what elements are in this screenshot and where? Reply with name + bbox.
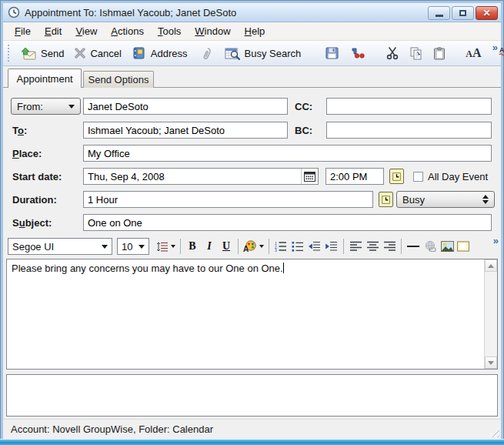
menu-actions[interactable]: Actions [104,23,151,39]
indent-icon [325,241,338,252]
chevron-down-icon [259,245,264,248]
address-button[interactable]: Address [127,44,193,62]
format-overflow-chevron-icon[interactable]: » [493,235,498,246]
start-date-input[interactable] [84,169,301,184]
save-icon [325,47,339,59]
svg-text:ABC: ABC [499,46,504,54]
chevron-down-icon [171,245,175,248]
restore-icon [459,10,466,16]
send-button[interactable]: Send [15,44,69,63]
italic-button[interactable]: I [201,238,218,255]
font-size-combo[interactable]: 10 [117,238,149,255]
menu-view[interactable]: View [68,23,104,39]
menu-tools[interactable]: Tools [151,23,188,39]
close-icon: ✕ [482,8,490,18]
message-body[interactable]: Please bring any concerns you may have t… [6,259,498,370]
subject-input[interactable] [84,215,491,230]
busy-search-button[interactable]: Busy Search [219,44,307,63]
format-separator [180,239,181,254]
date-picker-button[interactable] [301,169,318,184]
spell-check-button[interactable]: ABC S [496,43,504,63]
main-toolbar: Send Cancel Address Busy Search [3,41,501,66]
alarm-icon [349,47,366,59]
restore-button[interactable] [452,6,474,20]
cc-field-box [326,98,492,115]
message-text: Please bring any concerns you may have t… [12,263,479,274]
align-left-button[interactable] [347,238,364,255]
all-day-event-checkbox[interactable] [413,172,423,182]
tab-appointment[interactable]: Appointment [8,69,82,88]
minimize-button[interactable] [428,6,450,20]
cancel-button[interactable]: Cancel [69,45,126,62]
menu-help[interactable]: Help [238,23,272,39]
outdent-button[interactable] [306,238,323,255]
cc-label: CC: [295,101,312,112]
send-icon [21,47,36,60]
cc-input[interactable] [327,99,491,114]
toolbar-overflow-chevron-icon[interactable]: » [492,42,497,53]
font-family-combo[interactable]: Segoe UI [8,238,112,255]
from-field-box [83,98,288,115]
place-input[interactable] [84,146,491,161]
hyperlink-button[interactable] [422,238,439,255]
paste-button[interactable] [428,44,451,63]
cut-button[interactable] [381,44,404,63]
format-separator [401,239,402,254]
menu-file[interactable]: File [8,23,38,39]
duration-label: Duration: [12,194,57,206]
paperclip-icon [201,47,212,60]
paste-icon [433,47,446,60]
bullet-list-button[interactable] [289,238,306,255]
insert-image-button[interactable] [439,238,456,255]
from-input[interactable] [84,99,287,114]
indent-button[interactable] [323,238,340,255]
tab-send-options[interactable]: Send Options [83,71,154,88]
align-left-icon [350,241,362,252]
hyperlink-icon [424,240,436,253]
duration-picker-button[interactable] [379,192,393,207]
attach-button[interactable] [193,44,219,63]
format-separator [343,239,344,254]
clock-icon [392,172,401,181]
copy-button[interactable] [404,44,428,63]
font-button[interactable]: AA [460,43,486,63]
resize-grip[interactable] [489,427,499,437]
start-time-picker-button[interactable] [389,169,404,184]
font-size-value: 10 [122,241,132,253]
save-button[interactable] [320,44,344,62]
toolbar-grip [8,45,9,62]
align-right-button[interactable] [381,238,398,255]
underline-button[interactable]: U [218,238,235,255]
busy-search-label: Busy Search [245,48,302,59]
scroll-down-button[interactable] [485,356,497,369]
show-as-dropdown[interactable]: Busy [396,191,495,208]
start-time-field-box [325,168,384,185]
menu-edit[interactable]: Edit [38,23,68,39]
to-input[interactable] [84,122,287,138]
numbered-list-button[interactable]: 1 2 3 [272,238,289,255]
vertical-scrollbar[interactable] [484,259,497,369]
scroll-up-button[interactable] [485,259,497,272]
font-color-button[interactable]: A [242,238,265,255]
bold-button[interactable]: B [184,238,201,255]
font-color-icon: A [243,240,257,253]
menu-window[interactable]: Window [188,23,237,39]
line-spacing-button[interactable] [155,238,177,255]
place-field-box [83,145,492,162]
menu-bar: File Edit View Actions Tools Window Help [3,22,501,41]
chevron-down-icon [139,245,145,249]
arrow-up-icon [488,264,494,268]
from-dropdown-button[interactable]: From: [11,98,81,115]
close-button[interactable]: ✕ [476,6,498,20]
horizontal-rule-button[interactable] [405,238,422,255]
place-label: Place: [12,148,42,159]
attachment-area[interactable] [6,374,498,417]
start-date-field-box [83,168,319,185]
alarm-button[interactable] [344,44,372,62]
clipped-toolbar-button[interactable] [456,238,472,255]
send-label: Send [41,48,64,59]
to-label: To: [12,125,27,136]
duration-input[interactable] [84,192,372,207]
bc-input[interactable] [327,122,491,138]
align-center-button[interactable] [364,238,381,255]
